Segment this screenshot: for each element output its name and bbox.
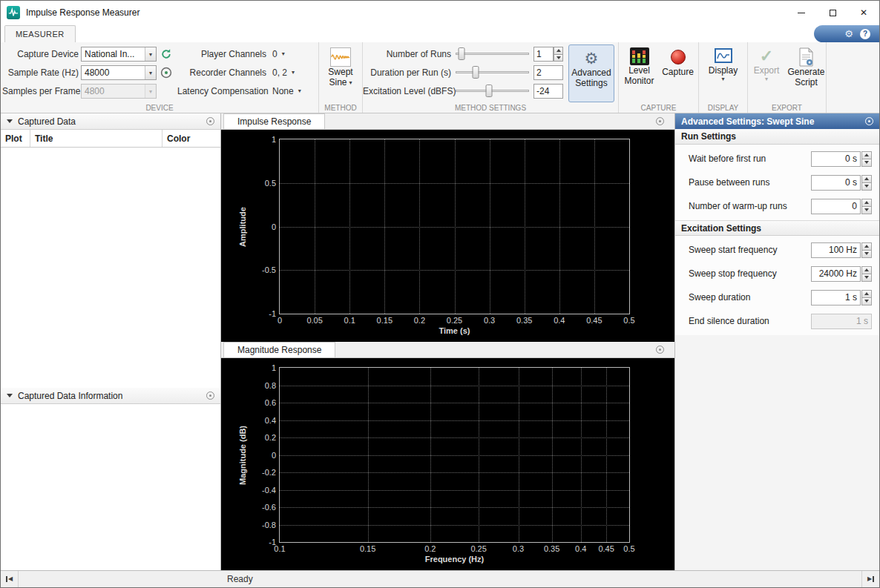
tab-measurer[interactable]: MEASURER	[4, 25, 76, 42]
method-swept-sine-button[interactable]: Swept Sine ▾	[322, 44, 359, 103]
spin-down-button[interactable]	[861, 274, 872, 282]
tab-magnitude-response[interactable]: Magnitude Response	[223, 342, 335, 357]
display-button[interactable]: Display ▾	[705, 44, 742, 103]
slider-track[interactable]	[456, 71, 529, 73]
chevron-down-icon[interactable]: ▾	[145, 47, 156, 61]
sample-rate-label: Sample Rate (Hz)	[2, 67, 79, 78]
export-section-label: EXPORT	[748, 104, 826, 112]
spin-down-button[interactable]	[861, 159, 872, 167]
help-icon[interactable]: ?	[860, 29, 870, 39]
slider-thumb[interactable]	[458, 47, 464, 60]
spin-up-button[interactable]	[861, 175, 872, 183]
captured-data-information-header[interactable]: Captured Data Information	[1, 388, 220, 404]
sweep-duration-row: Sweep duration 1 s	[675, 285, 879, 309]
spin-up-button[interactable]	[861, 199, 872, 207]
spin-down-button[interactable]	[554, 55, 563, 62]
excitation-settings-section-header: Excitation Settings	[675, 220, 879, 236]
level-monitor-button[interactable]: Level Monitor	[621, 44, 658, 103]
x-tick-label: 0.4	[575, 544, 586, 553]
sweep-duration-field[interactable]: 1 s	[811, 290, 861, 305]
spin-up-button[interactable]	[861, 151, 872, 159]
captured-data-information-body	[1, 404, 220, 570]
panel-actions-icon[interactable]	[656, 117, 664, 125]
duration-per-run-field[interactable]: 2	[533, 65, 563, 80]
number-of-warmup-runs-field[interactable]: 0	[811, 199, 861, 214]
panel-actions-icon[interactable]	[206, 392, 214, 400]
chevron-down-icon[interactable]: ▾	[145, 66, 156, 79]
spin-up-button[interactable]	[861, 242, 872, 251]
sample-rate-combo[interactable]: 48000 ▾	[81, 65, 157, 80]
capture-device-value: National In...	[82, 47, 145, 61]
close-button[interactable]: ✕	[848, 1, 879, 24]
panel-actions-icon[interactable]	[656, 346, 664, 354]
spin-up-button[interactable]	[861, 266, 872, 274]
sweep-duration-label: Sweep duration	[689, 292, 811, 303]
spin-down-button[interactable]	[861, 183, 872, 191]
audio-device-test-icon[interactable]	[160, 66, 173, 79]
wait-before-first-run-field[interactable]: 0 s	[811, 151, 861, 167]
pause-between-runs-field[interactable]: 0 s	[811, 175, 861, 191]
tab-impulse-response[interactable]: Impulse Response	[223, 113, 325, 129]
spin-up-button[interactable]	[554, 47, 563, 55]
run-settings-rows: Wait before first run 0 s Pause between …	[675, 145, 879, 220]
x-tick-label: 0.1	[344, 316, 355, 325]
samples-per-frame-value: 4800	[82, 85, 145, 98]
excitation-level-field[interactable]: -24	[533, 84, 563, 99]
slider-track[interactable]	[456, 53, 529, 55]
capture-button[interactable]: Capture	[660, 44, 697, 103]
duration-per-run-slider[interactable]	[456, 65, 529, 80]
sample-rate-value: 48000	[82, 66, 145, 79]
sweep-stop-frequency-field[interactable]: 24000 Hz	[811, 266, 861, 282]
gridline-horizontal	[280, 490, 629, 491]
number-of-runs-field[interactable]: 1	[533, 47, 554, 62]
collapse-bar-icon	[6, 576, 7, 582]
collapse-arrow-icon[interactable]	[7, 119, 13, 123]
settings-gear-icon[interactable]: ⚙	[844, 29, 853, 39]
slider-track[interactable]	[456, 90, 529, 92]
x-tick-label: 0.15	[377, 316, 393, 325]
excitation-level-slider[interactable]	[456, 84, 529, 99]
chevron-down-icon: ▾	[282, 51, 285, 57]
device-section: Capture Device National In... ▾ Sample R…	[1, 42, 319, 113]
end-silence-duration-field: 1 s	[811, 314, 872, 329]
triangle-up-icon	[864, 201, 869, 204]
minimize-button[interactable]	[786, 1, 817, 24]
spin-up-button[interactable]	[861, 290, 872, 298]
collapse-bar-icon	[873, 576, 874, 582]
capture-section: Level Monitor Capture CAPTURE	[619, 42, 699, 113]
pause-between-runs-label: Pause between runs	[689, 177, 811, 188]
gridline-horizontal	[280, 507, 629, 508]
chevron-down-icon: ▾	[145, 85, 156, 98]
plots-panel: Impulse Response 00.050.10.150.20.250.30…	[221, 113, 674, 570]
capture-device-combo[interactable]: National In... ▾	[81, 47, 157, 62]
x-tick-label: 0.3	[484, 316, 495, 325]
maximize-button[interactable]	[817, 1, 848, 24]
spin-down-button[interactable]	[861, 207, 872, 214]
sweep-start-frequency-spinner: 100 Hz	[811, 242, 872, 258]
player-channels-dropdown[interactable]: 0 ▾	[272, 47, 285, 62]
collapse-arrow-icon[interactable]	[7, 394, 13, 397]
panel-actions-icon[interactable]	[206, 117, 214, 125]
spin-down-button[interactable]	[861, 298, 872, 305]
wait-before-first-run-row: Wait before first run 0 s	[675, 147, 879, 171]
slider-thumb[interactable]	[472, 66, 479, 79]
pause-between-runs-row: Pause between runs 0 s	[675, 171, 879, 194]
export-section: ✓ Export ▾ Generate Script	[748, 42, 827, 113]
recorder-channels-dropdown[interactable]: 0, 2 ▾	[272, 65, 295, 80]
sweep-start-frequency-field[interactable]: 100 Hz	[811, 242, 861, 258]
collapse-left-panel-button[interactable]: ◀	[1, 571, 19, 587]
generate-script-line1: Generate	[787, 67, 824, 77]
collapse-right-panel-button[interactable]: ▶	[861, 571, 879, 587]
panel-close-icon[interactable]	[865, 117, 873, 125]
triangle-down-icon	[864, 252, 869, 255]
x-axis-label: Frequency (Hz)	[425, 555, 484, 564]
magnitude-response-plot-section: Magnitude Response 0.10.150.20.250.30.35…	[221, 342, 674, 570]
spin-down-button[interactable]	[861, 251, 872, 258]
latency-compensation-dropdown[interactable]: None ▾	[272, 84, 301, 99]
refresh-devices-icon[interactable]	[160, 47, 173, 61]
number-of-runs-slider[interactable]	[456, 47, 529, 62]
advanced-settings-button[interactable]: ⚙ Advanced Settings	[568, 44, 614, 102]
captured-data-header[interactable]: Captured Data	[1, 113, 220, 130]
slider-thumb[interactable]	[485, 85, 492, 97]
generate-script-button[interactable]: Generate Script	[787, 44, 826, 103]
